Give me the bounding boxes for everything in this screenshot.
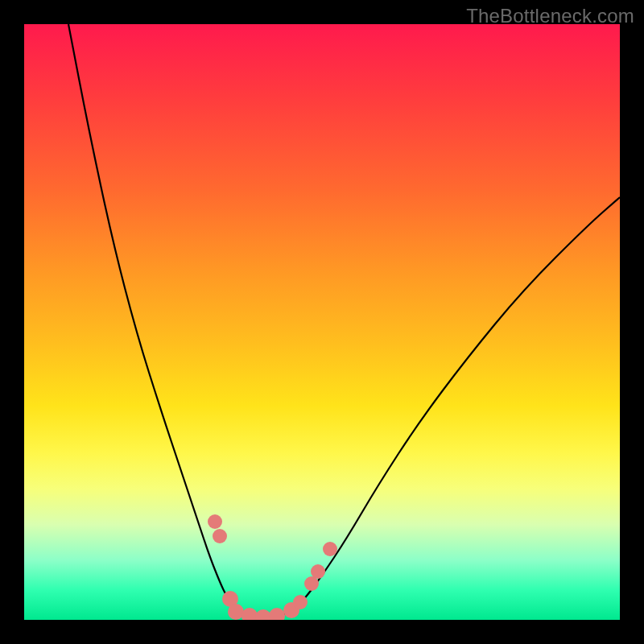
data-marker bbox=[269, 608, 285, 620]
curves-group bbox=[68, 24, 620, 618]
data-marker bbox=[323, 542, 337, 556]
watermark-text: TheBottleneck.com bbox=[466, 5, 634, 27]
data-marker bbox=[293, 595, 308, 609]
data-marker bbox=[213, 529, 227, 543]
data-marker bbox=[242, 608, 258, 620]
plot-area bbox=[24, 24, 620, 620]
data-marker bbox=[255, 609, 271, 620]
data-marker bbox=[208, 514, 222, 529]
data-marker bbox=[311, 564, 325, 579]
curve-right-curve bbox=[266, 197, 620, 618]
data-marker bbox=[228, 604, 244, 620]
curve-left-curve bbox=[68, 24, 266, 618]
markers-group bbox=[208, 514, 337, 620]
chart-frame: TheBottleneck.com bbox=[0, 0, 644, 644]
chart-svg bbox=[24, 24, 620, 620]
